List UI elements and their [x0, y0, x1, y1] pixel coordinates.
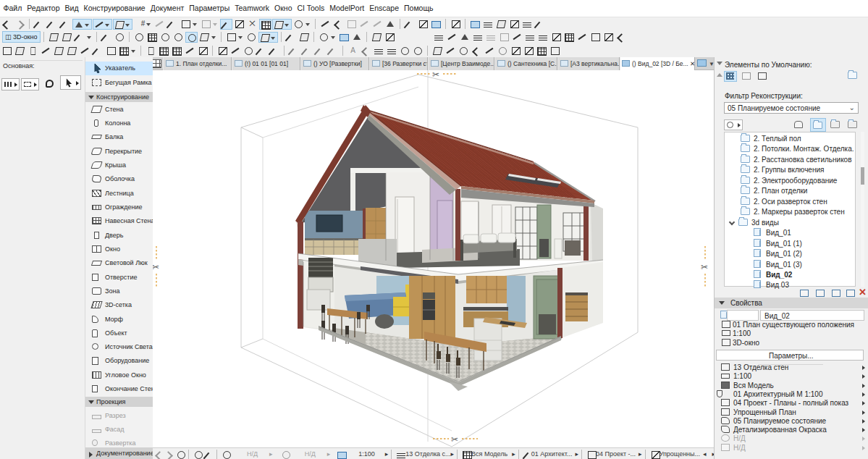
svg-text:✂: ✂ [701, 262, 708, 272]
svg-text:✂: ✂ [153, 262, 159, 272]
svg-text:✂: ✂ [451, 434, 458, 445]
svg-text:✂: ✂ [432, 70, 439, 80]
